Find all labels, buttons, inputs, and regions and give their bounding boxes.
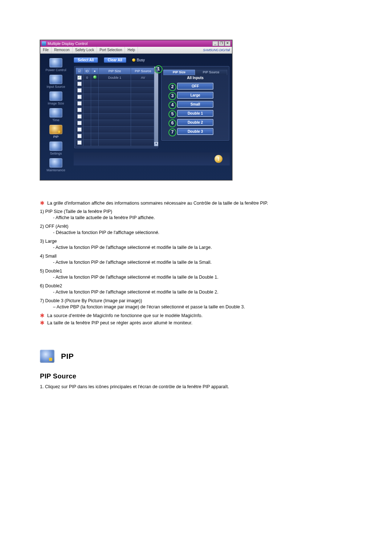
numbered-list: 1) PIP Size (Taille de la fenêtre PIP) -… <box>40 209 301 311</box>
sidebar-item-input-source[interactable]: Input Source <box>41 74 70 89</box>
app-icon <box>42 41 46 46</box>
row-checkbox[interactable] <box>77 82 82 86</box>
document-body: ✱ La grille d'information affiche des in… <box>40 200 301 390</box>
tab-pip-size[interactable]: PIP Size <box>163 70 195 75</box>
warning-icon <box>215 155 222 163</box>
maintenance-icon <box>49 158 62 168</box>
table-row[interactable] <box>76 94 155 100</box>
list-item: 7) Double 3 (Picture By Picture (Image p… <box>40 298 301 311</box>
row-checkbox[interactable] <box>77 88 82 93</box>
ordered-item: 1. Cliquez sur PIP dans les icônes princ… <box>40 384 301 390</box>
col-check[interactable]: ☑ <box>76 68 83 74</box>
menu-port-selection[interactable]: Port Selection <box>97 47 125 53</box>
table-row[interactable]: 0 Double 1 AV <box>76 74 155 81</box>
col-pip-size: PIP Size <box>99 68 131 74</box>
star-icon: ✱ <box>40 313 45 318</box>
btn-label: Double 1 <box>188 111 203 115</box>
row-checkbox[interactable] <box>77 95 82 99</box>
pip-off-button[interactable]: 2 OFF <box>177 83 213 90</box>
maximize-button[interactable]: ❐ <box>219 41 224 46</box>
table-row[interactable] <box>76 107 155 114</box>
table-row[interactable] <box>76 114 155 120</box>
btn-label: Large <box>190 93 200 97</box>
sidebar-item-label: PIP <box>53 135 59 139</box>
table-row[interactable] <box>76 133 155 140</box>
sidebar-item-label: Power Control <box>45 68 66 72</box>
image-size-icon <box>49 91 62 101</box>
table-row[interactable] <box>76 140 155 146</box>
note-line: ✱ La source d'entrée de MagicInfo ne fon… <box>40 313 301 319</box>
table-row[interactable] <box>76 87 155 94</box>
callout-badge: 1 <box>155 65 163 73</box>
table-row[interactable] <box>76 81 155 87</box>
row-checkbox[interactable] <box>77 75 82 80</box>
app-window: Multiple Display Control _ ❐ ✕ File Remo… <box>40 40 232 180</box>
btn-label: OFF <box>192 84 199 88</box>
pip-double2-button[interactable]: 6 Double 2 <box>177 119 213 126</box>
all-inputs-heading: All Inputs <box>163 76 227 80</box>
sidebar-item-label: Maintenance <box>46 168 65 172</box>
input-icon <box>49 75 62 84</box>
row-checkbox[interactable] <box>77 127 82 132</box>
sidebar-item-pip[interactable]: PIP <box>41 124 70 139</box>
pip-large-button[interactable]: 3 Large <box>177 92 213 99</box>
grid-scrollbar[interactable]: ▲ ▼ <box>154 67 158 146</box>
callout-badge: 2 <box>168 83 176 91</box>
list-item: 1) PIP Size (Taille de la fenêtre PIP) -… <box>40 209 301 221</box>
sidebar-item-maintenance[interactable]: Maintenance <box>41 157 70 173</box>
select-all-button[interactable]: Select All <box>74 57 98 63</box>
tab-pip-source[interactable]: PIP Source <box>195 70 227 75</box>
note-line: ✱ La grille d'information affiche des in… <box>40 200 301 206</box>
toolbar: Select All Clear All Busy <box>74 57 230 63</box>
pip-small-button[interactable]: 4 Small <box>177 101 213 108</box>
power-icon <box>49 58 62 67</box>
close-button[interactable]: ✕ <box>225 41 230 46</box>
menu-remocon[interactable]: Remocon <box>52 47 73 53</box>
pip-double3-button[interactable]: 7 Double 3 <box>177 128 213 135</box>
clear-all-button[interactable]: Clear All <box>104 57 126 63</box>
sidebar-item-power-control[interactable]: Power Control <box>41 57 70 73</box>
sidebar-item-settings[interactable]: Settings <box>41 141 70 156</box>
scroll-down-icon[interactable]: ▼ <box>154 141 158 146</box>
pip-section-icon <box>40 350 54 363</box>
options-panel: 1 PIP Size PIP Source All Inputs 2 OFF 3… <box>161 66 230 141</box>
section-header: PIP <box>40 350 301 363</box>
minimize-button[interactable]: _ <box>212 41 218 46</box>
star-icon: ✱ <box>40 201 45 205</box>
pip-double1-button[interactable]: 5 Double 1 <box>177 110 213 117</box>
btn-label: Small <box>191 102 200 106</box>
list-item: 5) Double1 - Active la fonction PIP de l… <box>40 268 301 281</box>
row-checkbox[interactable] <box>77 140 82 145</box>
busy-label: Busy <box>137 58 145 62</box>
row-checkbox[interactable] <box>77 108 82 112</box>
sidebar-item-label: Image Size <box>48 102 64 105</box>
display-grid: ☑ ID ● PIP Size PIP Source 0 Double 1 <box>75 67 155 146</box>
sidebar-item-label: Settings <box>50 152 62 155</box>
sidebar-item-image-size[interactable]: Image Size <box>41 91 70 106</box>
menu-file[interactable]: File <box>40 47 52 53</box>
sidebar-item-time[interactable]: Time <box>41 107 70 123</box>
pip-icon <box>49 125 62 134</box>
cell-source: AV <box>131 74 155 81</box>
menu-safety-lock[interactable]: Safety Lock <box>73 47 97 53</box>
btn-label: Double 3 <box>188 130 203 134</box>
callout-badge: 4 <box>168 101 176 109</box>
busy-led-icon <box>132 58 135 62</box>
row-checkbox[interactable] <box>77 121 82 125</box>
settings-icon <box>49 141 62 151</box>
table-row[interactable] <box>76 100 155 107</box>
list-item: 4) Small - Active la fonction PIP de l'a… <box>40 253 301 266</box>
btn-label: Double 2 <box>188 120 203 124</box>
row-checkbox[interactable] <box>77 114 82 119</box>
sidebar-item-label: Input Source <box>46 85 65 89</box>
table-row[interactable] <box>76 127 155 133</box>
app-title: Multiple Display Control <box>48 41 87 46</box>
list-item: 2) OFF (Arrêt) - Désactive la fonction P… <box>40 223 301 236</box>
row-checkbox[interactable] <box>77 101 82 106</box>
menu-help[interactable]: Help <box>125 47 138 53</box>
section-subtitle: PIP Source <box>40 372 301 380</box>
busy-indicator: Busy <box>132 58 145 62</box>
cell-size: Double 1 <box>99 74 131 81</box>
row-checkbox[interactable] <box>77 134 82 138</box>
table-row[interactable] <box>76 120 155 127</box>
